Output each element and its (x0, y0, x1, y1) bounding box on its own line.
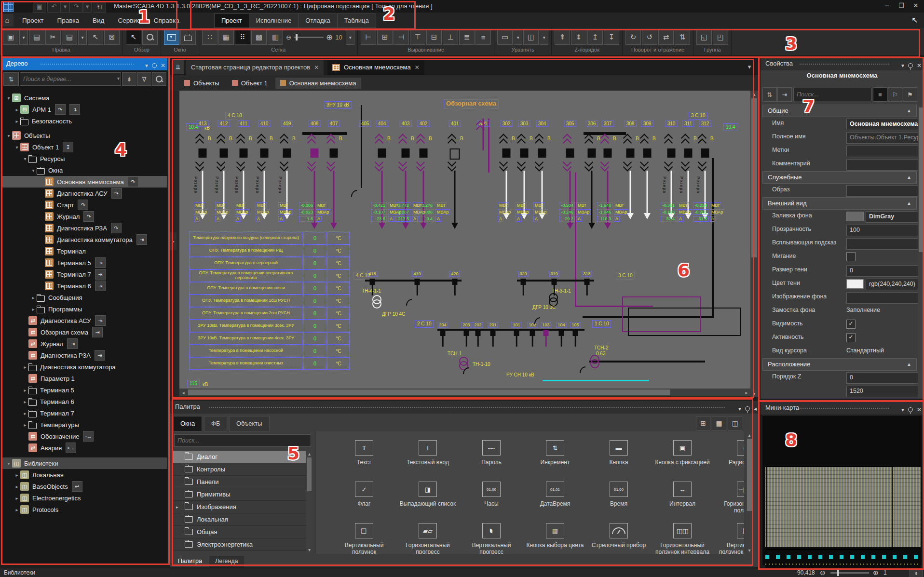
tree-item[interactable]: ▾⊞Система (1, 92, 167, 104)
tree-item[interactable]: ▾Объекты (1, 130, 167, 141)
copy-icon[interactable]: ▤ (29, 29, 44, 45)
flip-v-icon[interactable]: ⇅ (675, 29, 690, 45)
feeder-105[interactable]: 105 (571, 322, 580, 351)
same-size-drop-icon[interactable]: ▾ (540, 29, 548, 45)
maximize-icon[interactable]: ❐ (894, 0, 909, 12)
palette-item[interactable]: ▬Кнопка (590, 440, 648, 466)
palette-tab-Объекты[interactable]: Объекты (229, 416, 270, 431)
select-paste-icon[interactable]: ↖ (88, 29, 103, 45)
tree-collapse-all-icon[interactable]: ⇟ (122, 72, 136, 86)
feeder-201[interactable]: 201 (488, 322, 498, 351)
minimap-content[interactable] (762, 416, 922, 565)
tree-item[interactable]: Старт↷ (1, 199, 167, 211)
tree-item[interactable]: ⇄Журнал⇥ (1, 338, 167, 349)
palette-item[interactable]: 01:00Время (590, 482, 648, 508)
select-cursor-icon[interactable]: ↖ (126, 29, 141, 45)
send-back-icon[interactable]: ⇟ (571, 29, 586, 45)
property-field-Цвет тени[interactable]: rgb(240,240,240) (866, 279, 924, 290)
vscroll-thumb[interactable] (751, 98, 757, 257)
palette-search-input[interactable] (174, 434, 311, 447)
align-left-icon[interactable]: ⊢ (361, 29, 376, 45)
flag-outline-icon[interactable]: ⚐ (888, 87, 902, 102)
breadcrumb-item[interactable]: Объекты (179, 78, 224, 89)
properties-panel-header[interactable]: Свойства ▾ ✕ (761, 57, 924, 70)
grid-frame-icon[interactable]: ▥ (268, 29, 283, 45)
distribute-v-icon[interactable]: ≡ (476, 29, 491, 45)
minimap-menu-icon[interactable]: ▾ (901, 403, 904, 416)
status-zoom-slider[interactable] (830, 572, 869, 574)
flip-h-icon[interactable]: ⇄ (658, 29, 674, 45)
linkin-badge-icon[interactable]: ⇥ (95, 257, 106, 268)
feeder-204[interactable]: 204 (438, 322, 448, 351)
tree-item[interactable]: Терминал (1, 245, 167, 257)
property-value-Вид курсора[interactable]: Стандартный (846, 347, 884, 354)
property-checkbox-Мигание[interactable] (846, 252, 856, 261)
palette-item[interactable]: ◫◫Горизонтальный ползунок интервала (653, 523, 711, 554)
breaker-icon[interactable] (667, 148, 676, 158)
palette-item[interactable]: ▰▱Горизонтальный прогресс (399, 523, 457, 554)
bring-forward-icon[interactable]: ↥ (587, 29, 603, 45)
linkin-badge-icon[interactable]: ⇥ (95, 315, 106, 326)
linkin-badge-icon[interactable]: ⇥ (95, 350, 105, 361)
palette-collapse-icon[interactable]: ◂ (754, 403, 757, 415)
palette-category-Изображения[interactable]: ▸Изображения (173, 501, 307, 513)
breaker-icon[interactable] (330, 148, 338, 158)
property-field-Прозрачность[interactable]: 100 (846, 225, 924, 236)
color-swatch[interactable] (846, 279, 864, 289)
grid-print-icon[interactable]: ▦ (218, 29, 234, 45)
feeder-420[interactable]: 420 (450, 271, 460, 300)
feeder-101[interactable]: 101 (512, 322, 521, 351)
copy-special-icon[interactable]: ▤ (62, 29, 77, 45)
link-icon[interactable]: ⇥ (777, 87, 792, 102)
dbox-badge-icon[interactable]: ▫→ (66, 443, 76, 453)
tree-filter-icon[interactable]: ∇ (137, 72, 151, 86)
align-right-icon[interactable]: ⊣ (394, 29, 409, 45)
tree-expander-icon[interactable]: ▾ (30, 168, 37, 173)
preview-icon[interactable] (164, 29, 179, 45)
breaker-icon[interactable] (538, 148, 546, 158)
feeder-301[interactable]: 301 (477, 121, 489, 231)
jump-badge-icon[interactable]: ↷ (55, 104, 66, 115)
same-size-icon[interactable]: ◫ (523, 29, 539, 45)
tree-expander-icon[interactable]: ▸ (14, 507, 20, 512)
tree-item[interactable]: ▸Температуры (1, 419, 167, 430)
delete-icon[interactable]: ⊠ (104, 29, 120, 45)
print-icon[interactable] (180, 29, 196, 45)
palette-pin-icon[interactable] (745, 406, 750, 411)
flag-filled-icon[interactable]: ⚑ (903, 87, 917, 102)
tree-item[interactable]: ⇄Обозначение▫→ (1, 430, 167, 442)
section-header-Общие[interactable]: Общие▲ (762, 105, 917, 117)
palette-item[interactable]: ▣Кнопка с фиксацией (653, 440, 711, 466)
tree-expander-icon[interactable]: ▸ (30, 295, 37, 300)
properties-scroll-thumb[interactable] (919, 107, 923, 252)
journal-icon[interactable]: ⎗ (93, 1, 106, 13)
save-icon[interactable]: ▣ (33, 1, 46, 13)
palette-item[interactable]: ▦Кнопка выбора цвета (526, 523, 584, 549)
vscroll-down-icon[interactable]: ▾ (750, 391, 758, 396)
property-field-Имя[interactable]: Основная мнемосхема (846, 119, 924, 130)
palette-item[interactable]: ─◫─Горизонтальный ползунок (717, 482, 744, 514)
grid-zoom-in-icon[interactable]: ⊕ (326, 32, 333, 42)
rotate-cw-icon[interactable]: ↻ (625, 29, 641, 45)
minimap-pin-icon[interactable] (908, 407, 913, 412)
tree-sort-icon[interactable]: ⇅ (3, 72, 19, 86)
breaker-icon[interactable] (260, 148, 269, 158)
tree-item[interactable]: ▸Сообщения (1, 292, 167, 303)
properties-pin-icon[interactable] (908, 63, 913, 68)
palette-item[interactable]: 01:00Часы (462, 482, 520, 508)
items-scroll-thumb[interactable] (747, 439, 752, 511)
view-grid-icon[interactable]: ⊞ (696, 416, 710, 430)
property-checkbox-Активность[interactable]: ✓ (846, 333, 856, 342)
palette-item[interactable]: ↔Интервал (653, 482, 711, 508)
breaker-icon[interactable] (378, 148, 386, 158)
color-swatch[interactable] (846, 212, 864, 221)
send-backward-icon[interactable]: ↧ (604, 29, 619, 45)
tree-expander-icon[interactable]: ▾ (14, 145, 20, 150)
palette-item[interactable]: ◫Вертикальный ползунок (335, 523, 393, 554)
mode-tab-Исполнение[interactable]: Исполнение (249, 13, 299, 28)
zoom-out-icon[interactable]: ⊖ (820, 569, 826, 577)
breaker-icon[interactable] (199, 148, 207, 158)
section-header-Служебные[interactable]: Служебные▲ (762, 171, 917, 184)
feeder-318[interactable]: 318 (582, 271, 592, 300)
properties-close-icon[interactable]: ✕ (917, 59, 922, 72)
